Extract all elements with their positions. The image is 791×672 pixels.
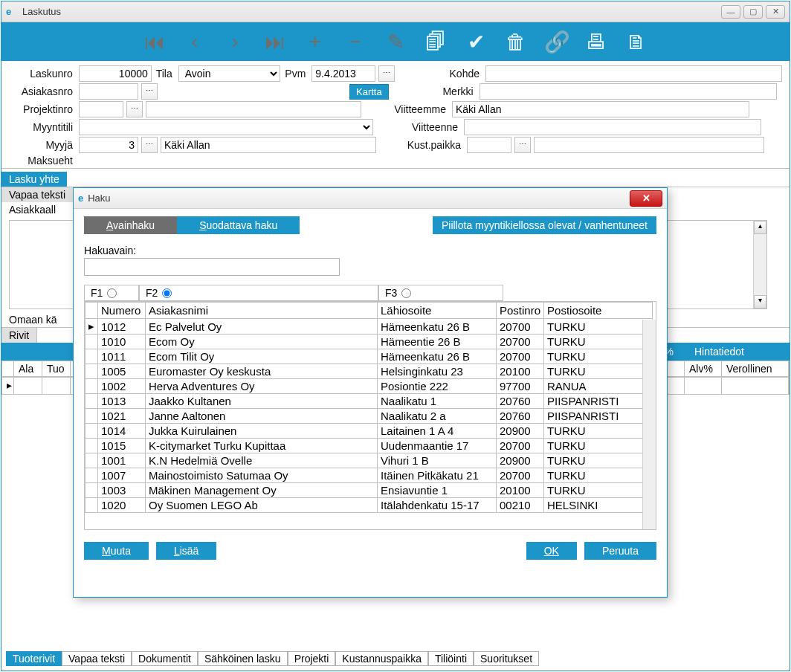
table-row[interactable]: 1010Ecom OyHämeentie 26 B20700TURKU — [85, 335, 653, 349]
laskunro-input[interactable] — [79, 65, 152, 82]
maximize-button[interactable]: ▢ — [743, 5, 763, 19]
hakuavain-label: Hakuavain: — [84, 245, 656, 256]
table-row[interactable]: 1014Jukka KuirulainenLaitainen 1 A 42090… — [85, 424, 653, 439]
myyja-nro-input[interactable] — [79, 137, 138, 153]
asiakasnro-input[interactable] — [79, 83, 138, 100]
projektinro-name-input[interactable] — [146, 101, 361, 117]
table-row[interactable]: 1013Jaakko KultanenNaalikatu 120760PIISP… — [85, 394, 653, 409]
bottom-tab-dokumentit[interactable]: Dokumentit — [132, 651, 198, 666]
col-asiakasnimi[interactable]: Asiakasnimi — [146, 303, 378, 319]
print-icon[interactable]: 🖶 — [584, 30, 608, 54]
table-row[interactable]: 1001K.N Hedelmiä OvelleVihuri 1 B20900TU… — [85, 453, 653, 468]
ok-button[interactable]: OK — [526, 542, 577, 560]
viitteemme-input[interactable] — [452, 101, 749, 117]
myyntitili-label: Myyntitili — [9, 121, 76, 133]
muuta-button[interactable]: Muuta — [84, 542, 149, 560]
scroll-down-icon[interactable]: ▾ — [754, 295, 766, 308]
table-row[interactable]: 1015K-citymarket Turku KupittaaUudenmaan… — [85, 439, 653, 453]
table-row[interactable]: 1003Mäkinen Management OyEnsiavuntie 120… — [85, 483, 653, 498]
kustpaikka-name-input[interactable] — [534, 137, 764, 153]
tab-avainhaku[interactable]: Avainhaku — [84, 216, 177, 234]
remove-icon[interactable]: − — [343, 30, 367, 54]
col-numero[interactable]: Numero — [98, 303, 146, 319]
laskunro-label: Laskunro — [9, 68, 76, 80]
confirm-icon[interactable]: ✔ — [464, 30, 488, 54]
delete-icon[interactable]: 🗑 — [504, 30, 528, 54]
myyntitili-select[interactable] — [79, 119, 373, 135]
kohde-label: Kohde — [423, 68, 482, 80]
results-table[interactable]: Numero Asiakasnimi Lähiosoite Postinro P… — [84, 301, 656, 530]
sort-f2-radio[interactable]: F2 — [139, 285, 378, 301]
add-icon[interactable]: + — [303, 30, 327, 54]
rivit-section: Rivit — [1, 328, 37, 343]
first-icon[interactable]: ⏮ — [143, 30, 167, 54]
table-row[interactable]: 1011Ecom Tilit OyHämeenkatu 26 B20700TUR… — [85, 349, 653, 364]
last-icon[interactable]: ⏭ — [263, 30, 287, 54]
app-icon: e — [6, 6, 18, 18]
myyja-name-input[interactable] — [161, 137, 376, 153]
lisaa-button[interactable]: Lisää — [156, 542, 216, 560]
viitteenne-input[interactable] — [464, 119, 761, 135]
bottom-tab-tiliöinti[interactable]: Tiliöinti — [428, 651, 474, 666]
maksuehto-label: Maksueht — [9, 155, 76, 167]
table-row[interactable]: 1002Herva Adventures OyPosiontie 2229770… — [85, 379, 653, 394]
pvm-input[interactable] — [311, 65, 375, 82]
search-dialog: e Haku ✕ Avainhaku Suodattava haku Piill… — [73, 187, 668, 598]
asiakasnro-lookup-button[interactable]: ⋯ — [141, 83, 158, 100]
prev-icon[interactable]: ‹ — [183, 30, 207, 54]
merkki-label: Merkki — [417, 85, 477, 97]
scroll-up-icon[interactable]: ▴ — [754, 221, 766, 234]
table-row[interactable]: ▸1012Ec Palvelut OyHämeenkatu 26 B20700T… — [85, 319, 653, 335]
dialog-close-button[interactable]: ✕ — [630, 190, 662, 207]
table-row[interactable]: 1020Oy Suomen LEGO AbItälahdenkatu 15-17… — [85, 498, 653, 513]
projektinro-lookup-button[interactable]: ⋯ — [126, 101, 143, 117]
bottom-tab-suoritukset[interactable]: Suoritukset — [474, 651, 539, 666]
viitteemme-label: Viitteemme — [390, 103, 449, 115]
titlebar: e Laskutus — ▢ ✕ — [1, 1, 790, 22]
sort-f1-radio[interactable]: F1 — [84, 285, 139, 301]
next-icon[interactable]: › — [223, 30, 247, 54]
col-postiosoite[interactable]: Postiosoite — [544, 303, 653, 319]
lasku-yhteensa-tab[interactable]: Lasku yhte — [1, 172, 67, 187]
table-scrollbar[interactable] — [642, 320, 656, 529]
main-window: e Laskutus — ▢ ✕ ⏮ ‹ › ⏭ + − ✎ 🗐 ✔ 🗑 🔗 🖶… — [1, 1, 790, 671]
col-verollinen: Verollinen — [722, 361, 789, 376]
kustpaikka-input[interactable] — [467, 137, 511, 153]
projektinro-input[interactable] — [79, 101, 123, 117]
minimize-button[interactable]: — — [721, 5, 740, 19]
table-row[interactable]: 1021Janne AaltonenNaalikatu 2 a20760PIIS… — [85, 409, 653, 424]
hakuavain-input[interactable] — [84, 258, 340, 276]
projektinro-label: Projektinro — [9, 103, 76, 115]
bottom-tab-tuoterivit[interactable]: Tuoterivit — [6, 651, 62, 666]
bottom-tab-vapaa-teksti[interactable]: Vapaa teksti — [62, 651, 132, 666]
sort-f3-radio[interactable]: F3 — [378, 285, 503, 301]
kohde-input[interactable] — [485, 65, 782, 82]
bottom-tab-kustannuspaikka[interactable]: Kustannuspaikka — [335, 651, 428, 666]
col-ala: Ala — [14, 361, 42, 376]
export-icon[interactable]: 🗎 — [624, 30, 648, 54]
merkki-input[interactable] — [480, 83, 777, 100]
pvm-picker-button[interactable]: ⋯ — [378, 65, 395, 82]
attachment-icon[interactable]: 🔗 — [544, 30, 568, 54]
col-postinro[interactable]: Postinro — [497, 303, 544, 319]
bottom-tab-sähköinen-lasku[interactable]: Sähköinen lasku — [198, 651, 288, 666]
dialog-titlebar: e Haku ✕ — [74, 188, 667, 209]
tab-suodattava-haku[interactable]: Suodattava haku — [177, 216, 300, 234]
kustpaikka-lookup-button[interactable]: ⋯ — [514, 137, 531, 153]
dialog-title: Haku — [88, 193, 630, 204]
col-tuo: Tuo — [42, 361, 71, 376]
tila-select[interactable]: Avoin — [178, 65, 281, 82]
copy-icon[interactable]: 🗐 — [424, 30, 448, 54]
vapaa-teksti-section: Vapaa teksti — [1, 187, 74, 202]
kartta-button[interactable]: Kartta — [349, 84, 389, 100]
table-row[interactable]: 1005Euromaster Oy keskustaHelsinginkatu … — [85, 364, 653, 379]
tila-label: Tila — [155, 68, 175, 80]
myyja-lookup-button[interactable]: ⋯ — [141, 137, 158, 153]
peruuta-button[interactable]: Peruuta — [584, 542, 656, 560]
table-row[interactable]: 1007Mainostoimisto Satumaa OyItäinen Pit… — [85, 468, 653, 483]
bottom-tab-projekti[interactable]: Projekti — [288, 651, 336, 666]
close-button[interactable]: ✕ — [766, 5, 785, 19]
hide-sales-ban-button[interactable]: Piillota myyntikiellossa olevat / vanhen… — [433, 216, 656, 234]
col-lahiosoite[interactable]: Lähiosoite — [378, 303, 497, 319]
edit-icon[interactable]: ✎ — [384, 30, 407, 54]
